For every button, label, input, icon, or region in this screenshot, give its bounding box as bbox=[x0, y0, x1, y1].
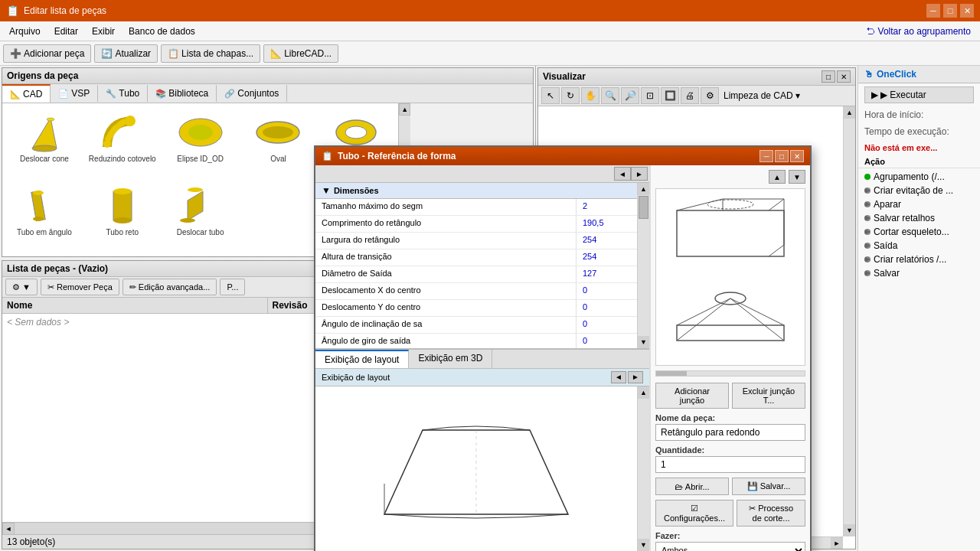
viz-scroll-right[interactable]: ► bbox=[831, 537, 843, 549]
shape-elipse[interactable]: Elipse ID_OD bbox=[163, 108, 238, 178]
minimize-button[interactable]: ─ bbox=[926, 4, 940, 18]
scroll-up-btn[interactable]: ▲ bbox=[399, 103, 410, 116]
main-toolbar: ➕ Adicionar peça 🔄 Atualizar 📋 Lista de … bbox=[0, 41, 980, 66]
shape-reduzindo-cotovelo[interactable]: Reduzindo cotovelo bbox=[85, 108, 160, 178]
tubo-dialog-close-btn[interactable]: ✕ bbox=[790, 150, 804, 162]
oneclick-criar-relatorios[interactable]: Criar relatórios /... bbox=[858, 253, 980, 266]
viz-scroll-up[interactable]: ▲ bbox=[844, 106, 855, 119]
oneclick-title: 🖱 OneClick bbox=[858, 66, 980, 83]
executar-btn[interactable]: ▶ ▶ Executar bbox=[864, 86, 974, 103]
layout-nav-prev[interactable]: ◄ bbox=[611, 371, 626, 383]
prev-shape-btn[interactable]: ◄ bbox=[614, 167, 631, 181]
menu-banco[interactable]: Banco de dados bbox=[122, 24, 201, 39]
oneclick-aparar[interactable]: Aparar bbox=[858, 197, 980, 211]
configuracoes-btn[interactable]: ☑ Configurações... bbox=[655, 500, 733, 527]
menu-exibir[interactable]: Exibir bbox=[86, 24, 121, 39]
layout-tabs-container: Exibição de layout Exibição em 3D bbox=[315, 348, 649, 368]
nome-peca-input[interactable] bbox=[655, 424, 805, 441]
3d-hscroll[interactable] bbox=[655, 370, 805, 377]
viz-print-btn[interactable]: 🖨 bbox=[681, 87, 699, 104]
lista-chapas-button[interactable]: 📋 Lista de chapas... bbox=[161, 44, 260, 63]
p-btn[interactable]: P... bbox=[220, 279, 245, 295]
tubo-dialog-maximize-btn[interactable]: □ bbox=[775, 150, 789, 162]
menu-bar: Arquivo Editar Exibir Banco de dados ⮌ V… bbox=[0, 21, 980, 41]
shape-deslocar-tubo[interactable]: Deslocar tubo bbox=[163, 181, 238, 252]
tab-exibicao-layout[interactable]: Exibição de layout bbox=[315, 350, 409, 368]
tab-tubo[interactable]: 🔧 Tubo bbox=[98, 85, 148, 102]
viz-zoom-fit-btn[interactable]: ⊡ bbox=[641, 87, 659, 104]
oneclick-saida[interactable]: Saída bbox=[858, 239, 980, 253]
menu-arquivo[interactable]: Arquivo bbox=[3, 24, 47, 39]
status-objects: 13 objeto(s) bbox=[7, 536, 55, 547]
processo-corte-btn[interactable]: ✂ Processo de corte... bbox=[737, 500, 805, 527]
tab-vsp[interactable]: 📄 VSP bbox=[51, 85, 98, 102]
oneclick-criar-evitacao[interactable]: Criar evitação de ... bbox=[858, 184, 980, 197]
bullet-arrow-icon-4 bbox=[864, 229, 871, 235]
voltar-agrupamento-btn[interactable]: ⮌ Voltar ao agrupamento bbox=[860, 24, 977, 38]
viz-zoom-in-btn[interactable]: 🔍 bbox=[601, 87, 619, 104]
shape-oval[interactable]: Oval bbox=[241, 108, 316, 178]
adicionar-peca-button[interactable]: ➕ Adicionar peça bbox=[3, 44, 91, 63]
salvar-btn[interactable]: 💾 Salvar... bbox=[732, 478, 805, 495]
viz-rotate-btn[interactable]: ↻ bbox=[561, 87, 580, 104]
abrir-btn[interactable]: 🗁 Abrir... bbox=[655, 478, 729, 495]
tab-conjuntos[interactable]: 🔗 Conjuntos bbox=[217, 85, 287, 102]
librecad-button[interactable]: 📐 LibreCAD... bbox=[263, 44, 338, 63]
tab-biblioteca[interactable]: 📚 Biblioteca bbox=[148, 85, 217, 102]
cad-label[interactable]: Limpeza de CAD ▾ bbox=[724, 90, 800, 101]
next-shape-btn[interactable]: ► bbox=[631, 167, 648, 181]
tubo-dialog-icon: 📋 bbox=[322, 151, 333, 161]
viz-vscroll[interactable]: ▲ ▼ bbox=[843, 106, 855, 536]
nome-peca-label: Nome da peça: bbox=[655, 413, 805, 422]
dim-scroll-up[interactable]: ▲ bbox=[638, 183, 649, 195]
atualizar-button[interactable]: 🔄 Atualizar bbox=[94, 44, 158, 63]
viz-toolbar: ↖ ↻ ✋ 🔍 🔎 ⊡ 🔲 🖨 ⚙ Limpeza de CAD ▾ bbox=[538, 86, 855, 106]
oneclick-agrupamento[interactable]: Agrupamento (/... bbox=[858, 170, 980, 184]
adicionar-juncao-btn[interactable]: Adicionar junção bbox=[655, 383, 729, 409]
viz-pan-btn[interactable]: ✋ bbox=[581, 87, 599, 104]
preview-scroll-up[interactable]: ▲ bbox=[638, 386, 649, 399]
remover-peca-btn[interactable]: ✂ Remover Peça bbox=[41, 279, 119, 295]
shape-deslocar-cone[interactable]: Deslocar cone bbox=[7, 108, 82, 178]
oneclick-salvar[interactable]: Salvar bbox=[858, 266, 980, 280]
viz-cursor-btn[interactable]: ↖ bbox=[541, 87, 560, 104]
tab-cad[interactable]: 📐 CAD bbox=[2, 84, 51, 103]
fazer-select[interactable]: Ambos bbox=[655, 542, 805, 551]
viz-zoom-out-btn[interactable]: 🔎 bbox=[621, 87, 639, 104]
tubo-dialog-minimize-btn[interactable]: ─ bbox=[760, 150, 773, 162]
dim-row-7: Ângulo de inclinação de sa 0 bbox=[315, 317, 637, 334]
preview-vscroll[interactable]: ▲ ▼ bbox=[637, 386, 649, 552]
viz-settings-btn[interactable]: ⚙ bbox=[701, 87, 719, 104]
preview-scroll-down[interactable]: ▼ bbox=[638, 539, 649, 551]
maximize-button[interactable]: □ bbox=[943, 4, 957, 18]
dim-row-1: Comprimento do retângulo 190,5 bbox=[315, 216, 637, 233]
dim-vscroll[interactable]: ▲ ▼ bbox=[637, 183, 649, 348]
hscroll-left-btn[interactable]: ◄ bbox=[2, 523, 15, 535]
dialog-right-btn2[interactable]: ▼ bbox=[789, 170, 805, 184]
viz-maximize-btn[interactable]: □ bbox=[822, 70, 835, 83]
edicao-avancada-btn[interactable]: ✏ Edição avançada... bbox=[122, 279, 217, 295]
settings-dropdown-btn[interactable]: ⚙ ▼ bbox=[5, 279, 38, 295]
collapse-dimensions-btn[interactable]: ▼ bbox=[322, 185, 331, 196]
quantidade-input[interactable] bbox=[655, 456, 805, 473]
close-button[interactable]: ✕ bbox=[960, 4, 974, 18]
viz-close-btn[interactable]: ✕ bbox=[837, 70, 851, 83]
viz-scroll-down[interactable]: ▼ bbox=[844, 524, 855, 536]
oneclick-cortar-esqueleto[interactable]: Cortar esqueleto... bbox=[858, 225, 980, 239]
shape-label-elbow: Reduzindo cotovelo bbox=[89, 155, 156, 163]
origens-title: Origens da peça bbox=[7, 70, 78, 81]
shape-tubo-angulo[interactable]: Tubo em ângulo bbox=[7, 181, 82, 252]
shape-label-deslocar-tubo: Deslocar tubo bbox=[177, 228, 224, 236]
oneclick-salvar-retalhos[interactable]: Salvar retalhos bbox=[858, 211, 980, 225]
excluir-juncao-btn[interactable]: Excluir junção T... bbox=[732, 383, 805, 409]
window-title: Editar lista de peças bbox=[24, 5, 106, 16]
viz-zoom-sel-btn[interactable]: 🔲 bbox=[661, 87, 679, 104]
tab-exibicao-3d[interactable]: Exibição em 3D bbox=[409, 350, 492, 368]
dim-scroll-down[interactable]: ▼ bbox=[638, 336, 649, 348]
menu-editar[interactable]: Editar bbox=[48, 24, 84, 39]
layout-nav-next[interactable]: ► bbox=[628, 371, 643, 383]
shape-label-tubo-angulo: Tubo em ângulo bbox=[17, 228, 72, 236]
lista-title: Lista de peças - (Vazio) bbox=[7, 263, 108, 274]
dialog-right-btn1[interactable]: ▲ bbox=[769, 170, 786, 184]
shape-tubo-reto[interactable]: Tubo reto bbox=[85, 181, 160, 252]
